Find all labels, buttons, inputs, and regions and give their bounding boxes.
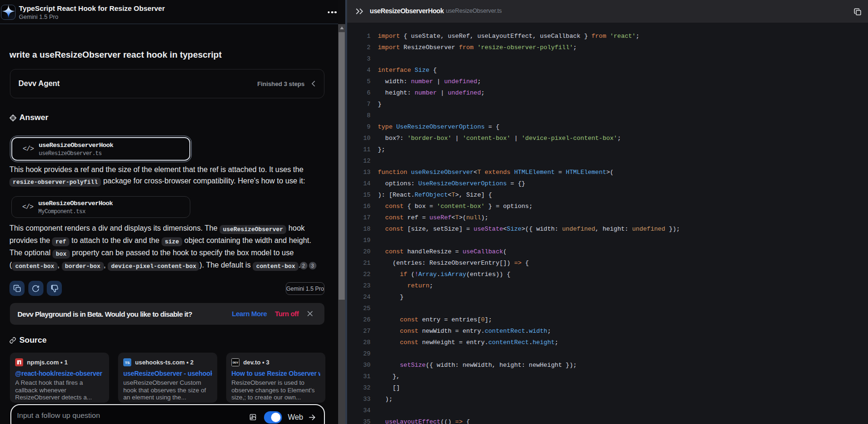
svg-text:TS: TS: [125, 361, 130, 365]
svg-text:DEV: DEV: [233, 361, 238, 364]
